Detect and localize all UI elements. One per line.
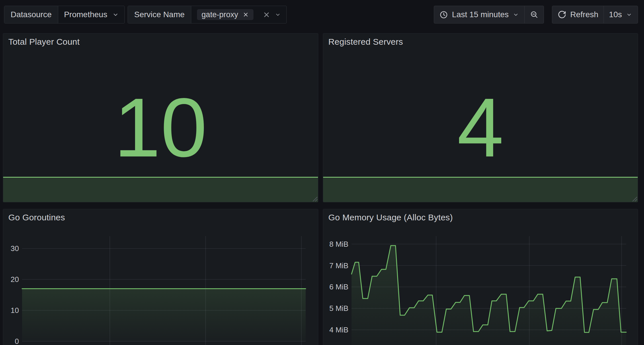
- y-axis-tick-label: 5 MiB: [329, 304, 348, 313]
- go-memory-usage-chart[interactable]: 8 MiB7 MiB6 MiB5 MiB4 MiB: [323, 209, 638, 345]
- y-axis-tick-label: 8 MiB: [329, 240, 348, 248]
- time-range-label: Last 15 minutes: [452, 10, 509, 19]
- stat-sparkline: [323, 177, 638, 202]
- y-axis-tick-label: 4 MiB: [329, 326, 348, 334]
- stat-value: 4: [323, 86, 638, 169]
- clear-selection-icon[interactable]: [263, 11, 270, 19]
- datasource-value: Prometheus: [64, 10, 107, 19]
- time-range-controls: Last 15 minutes: [434, 6, 544, 23]
- datasource-label: Datasource: [4, 6, 58, 23]
- refresh-button[interactable]: Refresh: [552, 6, 604, 23]
- refresh-interval-dropdown[interactable]: 10s: [604, 6, 638, 23]
- y-axis-tick-label: 7 MiB: [329, 261, 348, 270]
- dashboard-toolbar: Datasource Prometheus Service Name gate-…: [0, 0, 644, 29]
- time-range-picker-button[interactable]: Last 15 minutes: [434, 6, 524, 23]
- series-area-fill: [22, 289, 306, 342]
- selected-tag-gate-proxy[interactable]: gate-proxy: [197, 9, 254, 20]
- service-name-variable: Service Name gate-proxy: [128, 6, 287, 23]
- stat-value: 10: [3, 86, 318, 169]
- chevron-down-icon: [274, 11, 281, 18]
- zoom-out-time-range-button[interactable]: [524, 6, 544, 23]
- chevron-down-icon: [512, 11, 519, 18]
- panel-resize-handle[interactable]: [631, 195, 637, 201]
- datasource-variable: Datasource Prometheus: [4, 6, 125, 23]
- panel-go-goroutines: Go Goroutines 3020100: [3, 209, 318, 345]
- refresh-label: Refresh: [570, 10, 598, 19]
- panel-go-memory-usage: Go Memory Usage (Alloc Bytes) 8 MiB7 MiB…: [323, 209, 638, 345]
- panel-title[interactable]: Total Player Count: [8, 37, 80, 47]
- panel-registered-servers: Registered Servers 4: [323, 33, 638, 202]
- tag-label: gate-proxy: [202, 10, 238, 19]
- y-axis-tick-label: 10: [11, 306, 19, 315]
- clock-icon: [439, 10, 448, 19]
- panel-title[interactable]: Registered Servers: [328, 37, 403, 47]
- y-axis-tick-label: 6 MiB: [329, 283, 348, 291]
- service-name-label: Service Name: [128, 6, 191, 23]
- go-goroutines-chart[interactable]: 3020100: [3, 209, 318, 345]
- panel-total-player-count: Total Player Count 10: [3, 33, 318, 202]
- tag-remove-icon[interactable]: [243, 11, 249, 18]
- grafana-dashboard: { "page": { "bg": "#111217", "panel_bg":…: [0, 0, 644, 345]
- datasource-select[interactable]: Prometheus: [58, 6, 124, 23]
- magnifier-minus-icon: [530, 10, 538, 19]
- y-axis-tick-label: 20: [11, 275, 19, 284]
- panel-resize-handle[interactable]: [311, 195, 317, 201]
- service-name-select[interactable]: gate-proxy: [191, 6, 287, 23]
- chevron-down-icon: [112, 11, 119, 18]
- circular-arrows-icon: [557, 10, 567, 19]
- refresh-controls: Refresh 10s: [552, 6, 638, 23]
- stat-sparkline: [3, 177, 318, 202]
- y-axis-tick-label: 0: [15, 337, 19, 345]
- y-axis-tick-label: 30: [11, 244, 19, 253]
- chevron-down-icon: [626, 11, 633, 18]
- refresh-interval-value: 10s: [609, 10, 622, 19]
